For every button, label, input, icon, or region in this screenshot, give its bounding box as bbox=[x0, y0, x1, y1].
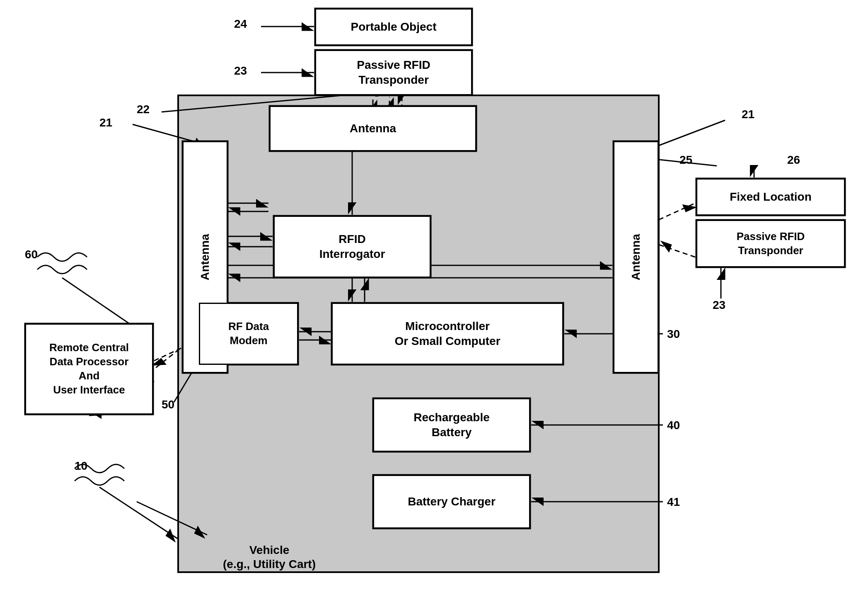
antenna-right-label: Antenna bbox=[629, 234, 643, 280]
number-40: 40 bbox=[667, 419, 680, 432]
number-41: 41 bbox=[667, 495, 680, 509]
number-24: 24 bbox=[234, 17, 247, 31]
rf-data-modem-box: RF Data Modem bbox=[199, 303, 298, 365]
number-26: 26 bbox=[787, 153, 800, 167]
vehicle-text: Vehicle (e.g., Utility Cart) bbox=[223, 544, 316, 571]
battery-charger-label: Battery Charger bbox=[408, 494, 496, 509]
rechargeable-battery-box: Rechargeable Battery bbox=[373, 398, 530, 452]
number-25: 25 bbox=[679, 153, 692, 167]
microcontroller-label: Microcontroller Or Small Computer bbox=[394, 319, 500, 349]
passive-rfid-top-box: Passive RFID Transponder bbox=[315, 50, 472, 95]
number-23-top: 23 bbox=[234, 64, 247, 78]
battery-charger-box: Battery Charger bbox=[373, 475, 530, 529]
number-10: 10 bbox=[75, 459, 87, 473]
remote-central-box: Remote Central Data Processor And User I… bbox=[25, 323, 153, 415]
svg-line-40 bbox=[659, 203, 695, 220]
number-21-left: 21 bbox=[99, 116, 112, 129]
fixed-location-box: Fixed Location bbox=[696, 178, 845, 216]
portable-object-box: Portable Object bbox=[315, 8, 472, 46]
svg-line-41 bbox=[659, 245, 695, 257]
number-23-right: 23 bbox=[713, 299, 725, 312]
svg-line-47 bbox=[89, 415, 104, 415]
fixed-location-label: Fixed Location bbox=[730, 189, 812, 204]
remote-central-label: Remote Central Data Processor And User I… bbox=[49, 341, 129, 397]
vehicle-label: Vehicle (e.g., Utility Cart) bbox=[186, 543, 352, 571]
svg-line-50 bbox=[99, 487, 178, 539]
rfid-interrogator-box: RFID Interrogator bbox=[273, 216, 431, 278]
passive-rfid-right-label: Passive RFID Transponder bbox=[737, 230, 805, 258]
portable-object-label: Portable Object bbox=[351, 19, 437, 34]
number-60: 60 bbox=[25, 248, 38, 261]
antenna-top-label: Antenna bbox=[350, 121, 396, 136]
passive-rfid-right-box: Passive RFID Transponder bbox=[696, 220, 845, 267]
number-22: 22 bbox=[137, 103, 150, 116]
rechargeable-battery-label: Rechargeable Battery bbox=[413, 410, 490, 440]
passive-rfid-top-label: Passive RFID Transponder bbox=[357, 58, 430, 88]
antenna-top-box: Antenna bbox=[269, 106, 476, 151]
microcontroller-box: Microcontroller Or Small Computer bbox=[331, 303, 563, 365]
number-50: 50 bbox=[162, 398, 174, 411]
rf-data-modem-label: RF Data Modem bbox=[228, 320, 269, 348]
number-21-right: 21 bbox=[742, 108, 754, 121]
antenna-right-box: Antenna bbox=[613, 141, 659, 373]
antenna-left-label: Antenna bbox=[198, 234, 213, 280]
number-30: 30 bbox=[667, 328, 680, 341]
rfid-interrogator-label: RFID Interrogator bbox=[319, 232, 385, 262]
diagram-container: 24 23 22 21 21 25 26 20 30 23 40 41 50 5… bbox=[0, 0, 868, 607]
